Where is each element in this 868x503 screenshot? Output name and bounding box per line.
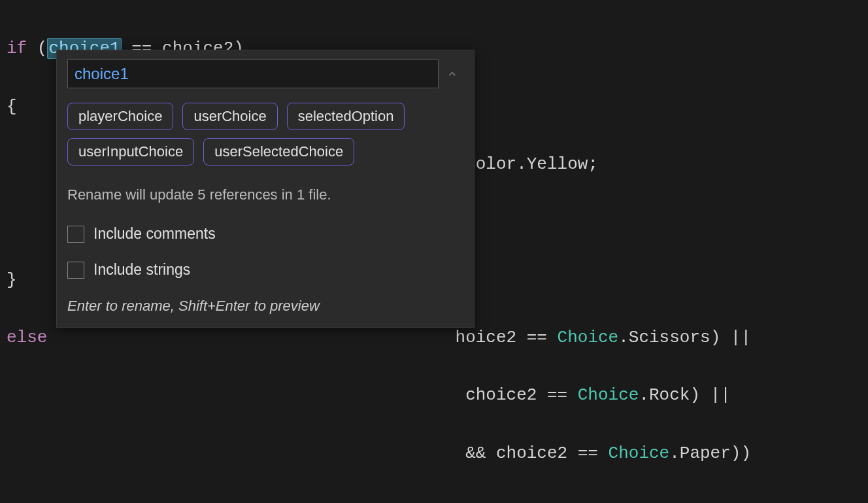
suggestion-chip[interactable]: selectedOption (287, 103, 405, 130)
include-strings-checkbox[interactable]: Include strings (67, 257, 463, 283)
suggestion-chip[interactable]: userSelectedChoice (203, 138, 354, 165)
rename-popup: playerChoice userChoice selectedOption u… (56, 50, 475, 328)
rename-hint: Enter to rename, Shift+Enter to preview (67, 294, 463, 318)
suggestion-chip[interactable]: userInputChoice (67, 138, 194, 165)
keyword-if: if (7, 39, 27, 58)
suggestion-chip[interactable]: userChoice (182, 103, 277, 130)
rename-suggestions: playerChoice userChoice selectedOption u… (67, 103, 463, 165)
checkbox-label: Include strings (93, 257, 190, 283)
chevron-up-icon[interactable] (446, 68, 458, 80)
include-comments-checkbox[interactable]: Include comments (67, 221, 463, 247)
suggestion-chip[interactable]: playerChoice (67, 103, 173, 130)
rename-status: Rename will update 5 references in 1 fil… (67, 182, 463, 207)
checkbox-icon[interactable] (67, 226, 84, 243)
checkbox-icon[interactable] (67, 262, 84, 279)
checkbox-label: Include comments (93, 221, 216, 247)
rename-input[interactable] (67, 60, 439, 88)
